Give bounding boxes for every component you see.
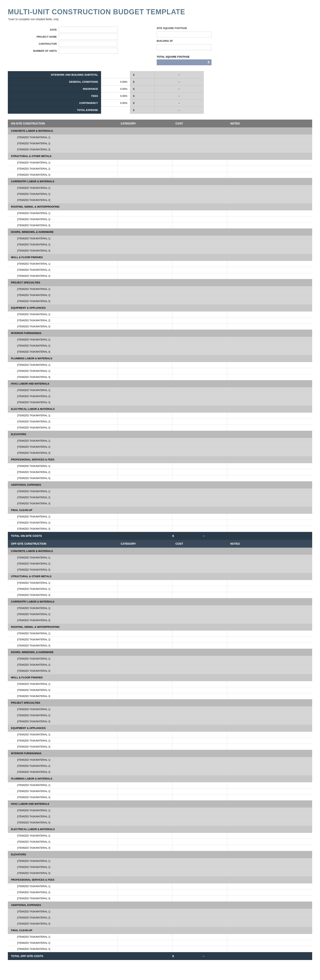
item-name[interactable]: [ITEMIZED TASK/MATERIAL 2]: [8, 343, 117, 349]
item-category[interactable]: [117, 744, 172, 750]
item-name[interactable]: [ITEMIZED TASK/MATERIAL 3]: [8, 744, 117, 750]
item-notes[interactable]: [227, 567, 312, 573]
item-cost[interactable]: [172, 318, 227, 323]
item-notes[interactable]: [227, 514, 312, 520]
item-category[interactable]: [117, 808, 172, 813]
item-category[interactable]: [117, 172, 172, 178]
item-category[interactable]: [117, 425, 172, 431]
item-category[interactable]: [117, 567, 172, 573]
item-notes[interactable]: [227, 605, 312, 611]
item-name[interactable]: [ITEMIZED TASK/MATERIAL 2]: [8, 191, 117, 197]
item-cost[interactable]: [172, 526, 227, 532]
item-name[interactable]: [ITEMIZED TASK/MATERIAL 2]: [8, 318, 117, 323]
item-notes[interactable]: [227, 469, 312, 475]
item-name[interactable]: [ITEMIZED TASK/MATERIAL 2]: [8, 495, 117, 500]
item-notes[interactable]: [227, 858, 312, 864]
item-category[interactable]: [117, 469, 172, 475]
item-cost[interactable]: [172, 393, 227, 399]
item-cost[interactable]: [172, 889, 227, 895]
item-cost[interactable]: [172, 636, 227, 643]
item-notes[interactable]: [227, 617, 312, 623]
item-cost[interactable]: [172, 883, 227, 889]
item-notes[interactable]: [227, 146, 312, 153]
item-cost[interactable]: [172, 693, 227, 699]
item-notes[interactable]: [227, 921, 312, 927]
item-cost[interactable]: [172, 172, 227, 178]
item-notes[interactable]: [227, 242, 312, 248]
item-name[interactable]: [ITEMIZED TASK/MATERIAL 1]: [8, 580, 117, 586]
item-category[interactable]: [117, 324, 172, 329]
item-notes[interactable]: [227, 393, 312, 399]
item-cost[interactable]: [172, 501, 227, 506]
item-name[interactable]: [ITEMIZED TASK/MATERIAL 1]: [8, 210, 117, 216]
item-cost[interactable]: [172, 399, 227, 405]
item-name[interactable]: [ITEMIZED TASK/MATERIAL 3]: [8, 896, 117, 901]
item-cost[interactable]: [172, 210, 227, 216]
item-category[interactable]: [117, 160, 172, 165]
item-name[interactable]: [ITEMIZED TASK/MATERIAL 3]: [8, 845, 117, 851]
item-notes[interactable]: [227, 763, 312, 769]
item-notes[interactable]: [227, 769, 312, 775]
item-category[interactable]: [117, 216, 172, 222]
item-category[interactable]: [117, 235, 172, 242]
item-category[interactable]: [117, 611, 172, 617]
item-notes[interactable]: [227, 693, 312, 699]
item-name[interactable]: [ITEMIZED TASK/MATERIAL 3]: [8, 324, 117, 329]
item-cost[interactable]: [172, 662, 227, 668]
item-name[interactable]: [ITEMIZED TASK/MATERIAL 1]: [8, 261, 117, 267]
item-notes[interactable]: [227, 261, 312, 267]
item-name[interactable]: [ITEMIZED TASK/MATERIAL 3]: [8, 617, 117, 623]
item-category[interactable]: [117, 140, 172, 146]
item-cost[interactable]: [172, 362, 227, 368]
item-cost[interactable]: [172, 763, 227, 769]
item-cost[interactable]: [172, 668, 227, 674]
item-name[interactable]: [ITEMIZED TASK/MATERIAL 3]: [8, 374, 117, 380]
item-name[interactable]: [ITEMIZED TASK/MATERIAL 3]: [8, 719, 117, 724]
item-notes[interactable]: [227, 656, 312, 662]
item-name[interactable]: [ITEMIZED TASK/MATERIAL 3]: [8, 769, 117, 775]
item-category[interactable]: [117, 337, 172, 343]
item-cost[interactable]: [172, 520, 227, 526]
field-input-3[interactable]: [59, 48, 117, 54]
item-category[interactable]: [117, 592, 172, 598]
item-notes[interactable]: [227, 495, 312, 500]
item-notes[interactable]: [227, 463, 312, 469]
item-cost[interactable]: [172, 450, 227, 456]
item-category[interactable]: [117, 362, 172, 368]
item-name[interactable]: [ITEMIZED TASK/MATERIAL 1]: [8, 605, 117, 611]
item-cost[interactable]: [172, 475, 227, 481]
item-cost[interactable]: [172, 946, 227, 952]
item-notes[interactable]: [227, 580, 312, 586]
item-name[interactable]: [ITEMIZED TASK/MATERIAL 1]: [8, 235, 117, 242]
item-name[interactable]: [ITEMIZED TASK/MATERIAL 3]: [8, 921, 117, 927]
item-name[interactable]: [ITEMIZED TASK/MATERIAL 3]: [8, 172, 117, 178]
item-name[interactable]: [ITEMIZED TASK/MATERIAL 1]: [8, 934, 117, 940]
item-notes[interactable]: [227, 418, 312, 425]
item-notes[interactable]: [227, 248, 312, 254]
item-cost[interactable]: [172, 197, 227, 203]
item-cost[interactable]: [172, 235, 227, 242]
item-cost[interactable]: [172, 713, 227, 718]
item-cost[interactable]: [172, 134, 227, 140]
item-name[interactable]: [ITEMIZED TASK/MATERIAL 1]: [8, 630, 117, 636]
item-name[interactable]: [ITEMIZED TASK/MATERIAL 3]: [8, 273, 117, 279]
item-cost[interactable]: [172, 896, 227, 901]
item-category[interactable]: [117, 463, 172, 469]
item-name[interactable]: [ITEMIZED TASK/MATERIAL 3]: [8, 248, 117, 254]
item-category[interactable]: [117, 561, 172, 566]
item-cost[interactable]: [172, 744, 227, 750]
item-cost[interactable]: [172, 343, 227, 349]
item-category[interactable]: [117, 769, 172, 775]
item-category[interactable]: [117, 444, 172, 450]
summary-pct[interactable]: 0.00%: [101, 78, 130, 86]
item-cost[interactable]: [172, 567, 227, 573]
item-cost[interactable]: [172, 463, 227, 469]
item-name[interactable]: [ITEMIZED TASK/MATERIAL 2]: [8, 788, 117, 794]
item-cost[interactable]: [172, 757, 227, 763]
item-category[interactable]: [117, 374, 172, 380]
item-notes[interactable]: [227, 501, 312, 506]
item-name[interactable]: [ITEMIZED TASK/MATERIAL 1]: [8, 362, 117, 368]
item-cost[interactable]: [172, 656, 227, 662]
item-notes[interactable]: [227, 160, 312, 165]
item-name[interactable]: [ITEMIZED TASK/MATERIAL 2]: [8, 586, 117, 592]
